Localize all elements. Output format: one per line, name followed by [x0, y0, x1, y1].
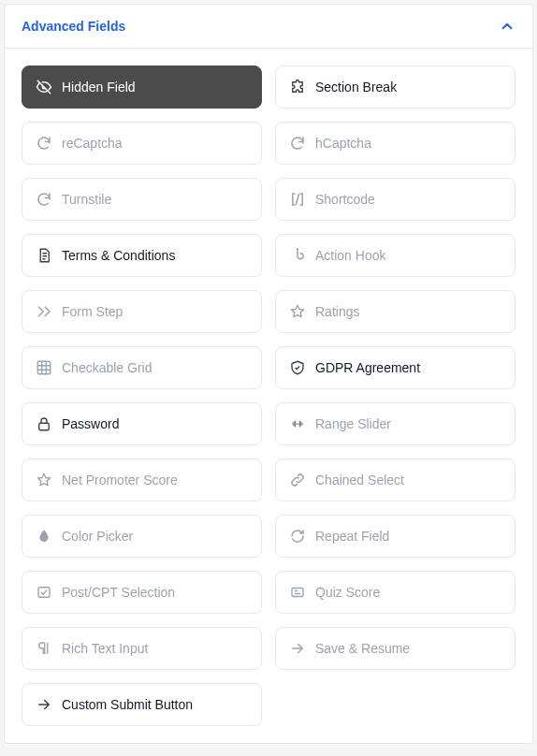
field-label: Turnstile	[62, 192, 111, 207]
grid-icon	[36, 359, 52, 376]
field-custom-submit[interactable]: Custom Submit Button	[22, 683, 262, 726]
hook-icon	[289, 247, 306, 264]
field-label: Post/CPT Selection	[62, 585, 175, 600]
field-label: hCaptcha	[315, 136, 371, 151]
paragraph-icon	[36, 640, 52, 657]
field-label: Repeat Field	[315, 529, 389, 544]
field-label: Range Slider	[315, 416, 391, 431]
field-label: Section Break	[315, 80, 397, 94]
shield-icon	[289, 359, 306, 376]
arrow-right-icon	[36, 696, 52, 713]
field-label: Checkable Grid	[62, 360, 152, 375]
field-form-step[interactable]: Form Step	[22, 290, 262, 333]
field-terms[interactable]: Terms & Conditions	[22, 234, 262, 277]
field-label: Action Hook	[315, 248, 385, 263]
field-label: Net Promoter Score	[62, 472, 178, 487]
repeat-icon	[289, 528, 306, 545]
field-label: Rich Text Input	[62, 641, 148, 656]
field-recaptcha[interactable]: reCaptcha	[22, 122, 262, 165]
field-nps[interactable]: Net Promoter Score	[22, 458, 262, 502]
field-label: Chained Select	[315, 472, 404, 487]
field-quiz-score[interactable]: Quiz Score	[275, 571, 515, 614]
fields-grid: Hidden FieldSection BreakreCaptchahCaptc…	[5, 49, 532, 743]
field-post-cpt[interactable]: Post/CPT Selection	[22, 571, 262, 614]
field-action-hook[interactable]: Action Hook	[275, 234, 515, 277]
field-label: Color Picker	[62, 529, 133, 544]
field-hidden-field[interactable]: Hidden Field	[22, 65, 262, 109]
document-icon	[36, 247, 52, 264]
section-header[interactable]: Advanced Fields	[5, 5, 532, 49]
star-icon	[36, 472, 52, 488]
brackets-icon	[289, 191, 306, 208]
field-turnstile[interactable]: Turnstile	[22, 178, 262, 221]
field-color-picker[interactable]: Color Picker	[22, 515, 262, 558]
field-hcaptcha[interactable]: hCaptcha	[275, 122, 515, 165]
field-label: Save & Resume	[315, 641, 410, 656]
field-label: Shortcode	[315, 192, 375, 207]
field-label: Terms & Conditions	[62, 248, 175, 263]
field-checkable-grid[interactable]: Checkable Grid	[22, 346, 262, 389]
field-label: reCaptcha	[62, 136, 123, 151]
lock-icon	[36, 415, 52, 432]
field-shortcode[interactable]: Shortcode	[275, 178, 515, 221]
field-chained-select[interactable]: Chained Select	[275, 458, 515, 502]
droplet-icon	[36, 528, 52, 545]
section-title: Advanced Fields	[22, 19, 125, 34]
puzzle-icon	[289, 79, 306, 95]
field-password[interactable]: Password	[22, 402, 262, 445]
field-section-break[interactable]: Section Break	[275, 65, 515, 109]
field-label: Quiz Score	[315, 585, 380, 600]
field-ratings[interactable]: Ratings	[275, 290, 515, 333]
slider-icon	[289, 415, 306, 432]
star-icon	[289, 303, 306, 320]
arrow-right-icon	[289, 640, 306, 657]
link-icon	[289, 472, 306, 488]
forward-icon	[36, 303, 52, 320]
refresh-icon	[36, 191, 52, 208]
field-label: Ratings	[315, 304, 359, 319]
field-label: GDPR Agreement	[315, 360, 420, 375]
field-rich-text[interactable]: Rich Text Input	[22, 627, 262, 670]
field-range-slider[interactable]: Range Slider	[275, 402, 515, 445]
chevron-up-icon	[499, 18, 515, 35]
select-box-icon	[36, 584, 52, 601]
refresh-icon	[36, 135, 52, 152]
score-icon	[289, 584, 306, 601]
advanced-fields-panel: Advanced Fields Hidden FieldSection Brea…	[4, 4, 533, 744]
field-label: Custom Submit Button	[62, 697, 193, 712]
field-label: Form Step	[62, 304, 123, 319]
field-save-resume[interactable]: Save & Resume	[275, 627, 515, 670]
field-label: Hidden Field	[62, 80, 136, 94]
refresh-icon	[289, 135, 306, 152]
field-label: Password	[62, 416, 119, 431]
field-gdpr[interactable]: GDPR Agreement	[275, 346, 515, 389]
eye-off-icon	[36, 79, 52, 95]
field-repeat-field[interactable]: Repeat Field	[275, 515, 515, 558]
